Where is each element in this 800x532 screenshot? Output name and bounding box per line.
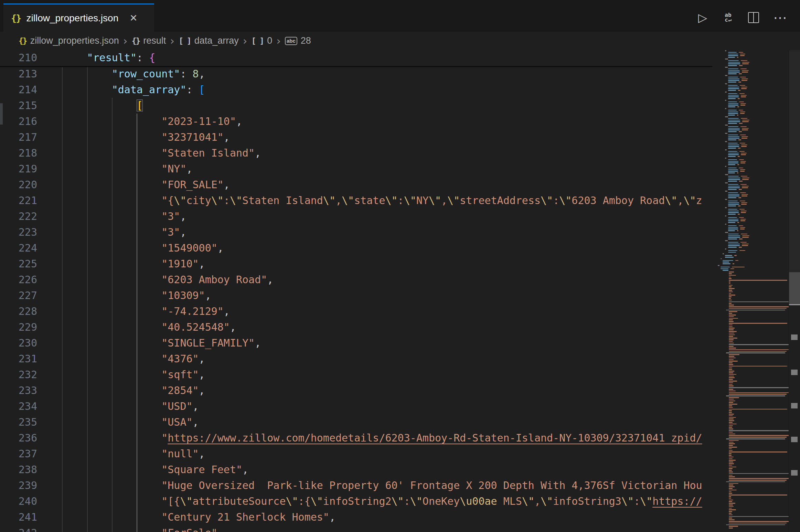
minimap-line [728, 139, 736, 140]
line-number[interactable]: 227 [0, 288, 37, 304]
line-number[interactable]: 210 [0, 50, 37, 66]
sticky-scroll[interactable]: 210 "result": { [0, 50, 712, 67]
line-number[interactable]: 218 [0, 145, 37, 161]
minimap-line [728, 197, 736, 198]
run-button[interactable]: ▷ [697, 11, 708, 24]
url-link[interactable]: https://www.zillow.com/homedetails/6203-… [168, 432, 702, 444]
line-number[interactable]: 214 [0, 82, 37, 98]
line-number[interactable]: 232 [0, 367, 37, 383]
minimap-line [728, 225, 737, 226]
code-line-241[interactable]: 241 "Century 21 Sherlock Homes", [0, 509, 712, 525]
code-line-222[interactable]: 222 "3", [0, 209, 712, 224]
minimap-line [728, 111, 738, 113]
url-link[interactable]: https:// [652, 495, 702, 507]
code-line-216[interactable]: 216 "2023-11-10", [0, 114, 712, 129]
code-line-223[interactable]: 223 "3", [0, 224, 712, 240]
code-line-228[interactable]: 228 "-74.2129", [0, 304, 712, 319]
minimap-line [739, 168, 743, 169]
minimap-line [728, 113, 738, 114]
tab-zillow-properties-json[interactable]: {} zillow_properties.json ✕ [3, 3, 154, 32]
more-actions-button[interactable]: ⋯ [773, 11, 788, 24]
code-line-240[interactable]: 240 "[{\"attributeSource\":{\"infoString… [0, 493, 712, 509]
line-number[interactable]: 223 [0, 224, 37, 240]
code-line-217[interactable]: 217 "32371041", [0, 129, 712, 145]
minimap-line [728, 220, 738, 221]
code-line-232[interactable]: 232 "sqft", [0, 367, 712, 383]
code-line-225[interactable]: 225 "1910", [0, 256, 712, 272]
line-number[interactable]: 238 [0, 462, 37, 478]
close-tab-icon[interactable]: ✕ [129, 12, 137, 24]
minimap-line [729, 442, 734, 443]
minimap-line [729, 306, 789, 307]
minimap-line [729, 341, 733, 342]
code-line-229[interactable]: 229 "40.524548", [0, 319, 712, 335]
code-line-227[interactable]: 227 "10309", [0, 288, 712, 304]
code-line-237[interactable]: 237 "null", [0, 446, 712, 462]
line-number[interactable]: 226 [0, 272, 37, 288]
minimap-line [728, 78, 739, 79]
code-line-221[interactable]: 221 "{\"city\":\"Staten Island\",\"state… [0, 193, 712, 209]
line-number[interactable]: 221 [0, 193, 37, 209]
code-line-226[interactable]: 226 "6203 Amboy Road", [0, 272, 712, 288]
code-line-242[interactable]: 242 "ForSale" [0, 525, 712, 532]
minimap-line [729, 468, 733, 469]
breadcrumb-item-zillow_properties.json[interactable]: {}zillow_properties.json [19, 35, 119, 46]
line-number[interactable]: 230 [0, 335, 37, 351]
code-line-235[interactable]: 235 "USA", [0, 414, 712, 430]
minimap-line [729, 397, 739, 398]
line-number[interactable]: 213 [0, 66, 37, 82]
breadcrumb-item-result[interactable]: {}result [132, 35, 166, 46]
line-number[interactable]: 229 [0, 319, 37, 335]
word-wrap-button[interactable]: ab c↵ [722, 11, 734, 24]
line-number[interactable]: 242 [0, 525, 37, 532]
line-number[interactable]: 239 [0, 478, 37, 493]
overview-ruler-mark [791, 370, 798, 375]
code-line-233[interactable]: 233 "2854", [0, 383, 712, 398]
code-line-230[interactable]: 230 "SINGLE_FAMILY", [0, 335, 712, 351]
code-line-239[interactable]: 239 "Huge Oversized Park-like Property 6… [0, 478, 712, 493]
minimap[interactable] [712, 50, 789, 532]
line-number[interactable]: 215 [0, 98, 37, 114]
split-editor-button[interactable] [748, 11, 759, 24]
code-line-238[interactable]: 238 "Square Feet", [0, 462, 712, 478]
line-number[interactable]: 240 [0, 493, 37, 509]
line-number[interactable]: 241 [0, 509, 37, 525]
code-line-214[interactable]: 214 "data_array": [ [0, 82, 712, 98]
line-number[interactable]: 222 [0, 209, 37, 224]
minimap-line [728, 238, 737, 240]
line-number[interactable]: 234 [0, 398, 37, 414]
line-number[interactable]: 231 [0, 351, 37, 367]
minimap-line [729, 440, 739, 441]
line-number[interactable]: 233 [0, 383, 37, 398]
line-number[interactable]: 220 [0, 177, 37, 193]
code-line-234[interactable]: 234 "USD", [0, 398, 712, 414]
minimap-line [718, 265, 719, 266]
code-line-231[interactable]: 231 "4376", [0, 351, 712, 367]
line-number[interactable]: 235 [0, 414, 37, 430]
breadcrumb-item-28[interactable]: abc28 [285, 35, 311, 46]
scrollbar-slider[interactable] [789, 272, 800, 305]
line-number[interactable]: 224 [0, 240, 37, 256]
code-line-236[interactable]: 236 "https://www.zillow.com/homedetails/… [0, 430, 712, 446]
code-line-218[interactable]: 218 "Staten Island", [0, 145, 712, 161]
breadcrumb-item-0[interactable]: [ ]0 [252, 35, 273, 46]
code-area[interactable]: 213 "row_count": 8,214 "data_array": [21… [0, 66, 712, 532]
breadcrumb: {}zillow_properties.json›{}result›[ ]dat… [0, 32, 800, 50]
minimap-line [725, 166, 726, 167]
code-line-210[interactable]: 210 "result": { [0, 50, 712, 66]
code-line-219[interactable]: 219 "NY", [0, 161, 712, 177]
minimap-line [723, 260, 733, 261]
minimap-line [729, 338, 737, 339]
line-number[interactable]: 236 [0, 430, 37, 446]
line-number[interactable]: 216 [0, 114, 37, 129]
breadcrumb-item-data_array[interactable]: [ ]data_array [179, 35, 239, 46]
line-number[interactable]: 228 [0, 304, 37, 319]
line-number[interactable]: 219 [0, 161, 37, 177]
line-number[interactable]: 217 [0, 129, 37, 145]
line-number[interactable]: 237 [0, 446, 37, 462]
code-line-220[interactable]: 220 "FOR_SALE", [0, 177, 712, 193]
code-line-213[interactable]: 213 "row_count": 8, [0, 66, 712, 82]
code-line-215[interactable]: 215 [ [0, 98, 712, 114]
line-number[interactable]: 225 [0, 256, 37, 272]
code-line-224[interactable]: 224 "1549000", [0, 240, 712, 256]
